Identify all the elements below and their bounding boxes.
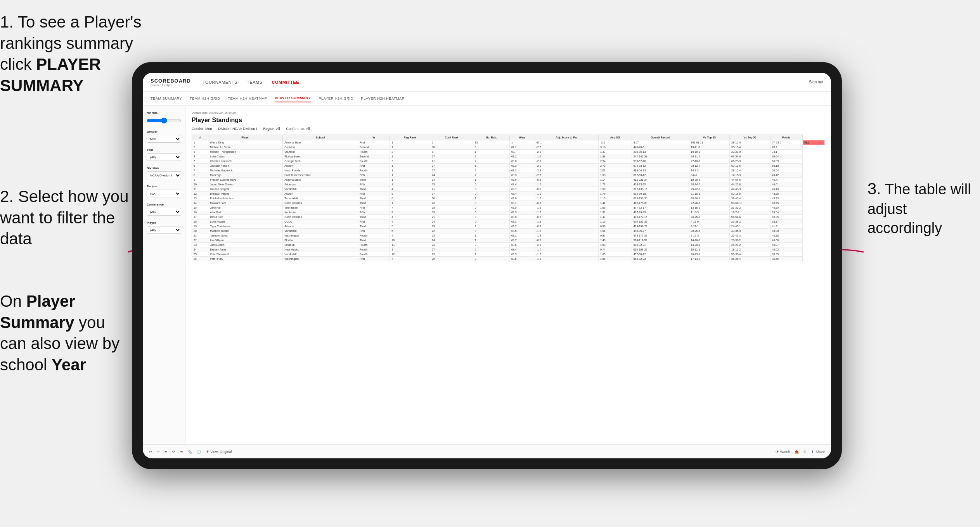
subnav-team-h2h-grid[interactable]: TEAM H2H GRID xyxy=(190,95,220,102)
page-title: Player Standings xyxy=(192,117,825,124)
sub-nav: TEAM SUMMARY TEAM H2H GRID TEAM H2H HEAT… xyxy=(143,92,831,105)
toolbar-grid[interactable]: ⊞ xyxy=(803,450,807,454)
th-points: Points xyxy=(770,135,802,140)
table-row: 25Cole SherwoodVanderbiltFourth1223169.3… xyxy=(192,252,825,257)
table-header-row: # Player School Yr Reg Rank Conf Rank No… xyxy=(192,135,825,140)
th-avg-sg: Avg SG xyxy=(599,135,632,140)
toolbar-redo[interactable]: ↪ xyxy=(157,450,160,454)
nav-teams[interactable]: TEAMS xyxy=(247,78,262,86)
table-row: 19Tiger ChristensenArizonaThird523269.2-… xyxy=(192,224,825,229)
step2-text: Select how you want to filter the data xyxy=(0,187,129,248)
region-select[interactable]: N/A xyxy=(147,190,181,197)
toolbar-watch[interactable]: 👁 Watch xyxy=(776,450,790,454)
year-select[interactable]: (All) xyxy=(147,153,181,161)
table-row: 18Luke PowellUCLAFirst424069.1-1.81.1350… xyxy=(192,219,825,224)
toolbar-forward[interactable]: ➡ xyxy=(180,450,183,454)
player-section: Player (All) xyxy=(147,221,181,234)
subnav-team-summary[interactable]: TEAM SUMMARY xyxy=(151,95,182,102)
table-row: 13Phichaksn MaichonTexas A&MThird630169.… xyxy=(192,196,825,201)
nav-bar: SCOREBOARD Powered by clippi TOURNAMENTS… xyxy=(143,73,831,92)
instruction-right: 3. The table will adjust accordingly xyxy=(867,178,976,238)
table-row: 16Alex GoffKentuckyFifth819068.3-1.71.92… xyxy=(192,210,825,215)
no-rds-slider[interactable] xyxy=(147,117,181,124)
subnav-player-summary[interactable]: PLAYER SUMMARY xyxy=(275,94,311,102)
bottom-toolbar: ↩ ↪ ⬅ ⟳ ➡ 📎 🕐 👁 View: Original 👁 Watch 📤… xyxy=(143,444,831,458)
nav-committee[interactable]: COMMITTEE xyxy=(272,78,300,86)
table-row: 3Michael ThorbjornsenStanfordFourth28168… xyxy=(192,150,825,154)
nav-items: TOURNAMENTS TEAMS COMMITTEE xyxy=(203,78,809,86)
table-row: 15Jake HallTennesseeFifth718068.5-1.51.6… xyxy=(192,206,825,210)
step3-number: 3. xyxy=(867,180,881,198)
table-row: 17David FordNorth CarolinaThird421069.0-… xyxy=(192,215,825,219)
table-body: 1Wenyi DingArizona StateFirst1115167.1-3… xyxy=(192,140,825,261)
th-player: Player xyxy=(208,135,283,140)
step1-number: 1. xyxy=(0,13,14,31)
player-select[interactable]: (All) xyxy=(147,226,181,234)
toolbar-refresh[interactable]: ⟳ xyxy=(172,450,175,454)
table-row: 23Jack LundinMissouriFourth1124068.6-2.3… xyxy=(192,243,825,247)
instruction-2: 2. Select how you want to filter the dat… xyxy=(0,186,132,250)
logo-text: SCOREBOARD xyxy=(151,78,191,84)
subnav-team-h2h-heatmap[interactable]: TEAM H2H HEATMAP xyxy=(228,95,267,102)
data-table: # Player School Yr Reg Rank Conf Rank No… xyxy=(192,135,825,261)
toolbar-clip[interactable]: 📎 xyxy=(188,450,192,454)
table-row: 7Nicholas GabrelcikNorth FloridaFourth12… xyxy=(192,168,825,173)
toolbar-undo[interactable]: ↩ xyxy=(149,450,152,454)
table-row: 4Luke ClatonFlorida StateSecond127268.2-… xyxy=(192,154,825,159)
conference-label: Conference xyxy=(147,203,181,206)
nav-tournaments[interactable]: TOURNAMENTS xyxy=(203,78,237,86)
filter-division: Division: NCAA Division I xyxy=(218,127,257,131)
table-row: 14Maxwell FordNorth CarolinaThird123069.… xyxy=(192,201,825,206)
instruction-bottom: On Player Summary you can also view by s… xyxy=(0,291,132,375)
region-label: Region xyxy=(147,185,181,188)
step3-bottom-bold2: Year xyxy=(52,356,86,374)
th-wins: Wins xyxy=(509,135,535,140)
no-rds-label: No Rds. xyxy=(147,111,181,114)
gender-section: Gender Men xyxy=(147,130,181,143)
conference-select[interactable]: (All) xyxy=(147,208,181,216)
conference-section: Conference (All) xyxy=(147,203,181,216)
update-time: Update time: 27/03/2024 16:56:26 xyxy=(192,111,825,114)
division-select[interactable]: NCAA Division I xyxy=(147,171,181,179)
th-vs-top50: Vs Top 50 xyxy=(730,135,770,140)
subnav-player-h2h-heatmap[interactable]: PLAYER H2H HEATMAP xyxy=(361,95,405,102)
table-row: 8Mats EgeEast Tennessee StateFifth124268… xyxy=(192,173,825,178)
th-conf-rank: Conf Rank xyxy=(430,135,473,140)
filter-region: Region: All xyxy=(263,127,280,131)
filters-row: Gender: Men Division: NCAA Division I Re… xyxy=(192,127,825,131)
table-row: 9Preston SummerhaysArizona StateThird134… xyxy=(192,178,825,182)
toolbar-export[interactable]: 📤 xyxy=(795,450,799,454)
year-section: Year (All) xyxy=(147,148,181,161)
th-yr: Yr xyxy=(358,135,390,140)
th-adj-score: Adj. Score to Par xyxy=(535,135,599,140)
table-row: 2Michael La SassoOle MissSecond118067.1-… xyxy=(192,145,825,150)
toolbar-back[interactable]: ⬅ xyxy=(164,450,168,454)
toolbar-clock[interactable]: 🕐 xyxy=(197,450,201,454)
division-label: Division xyxy=(147,166,181,170)
table-row: 5Christo LamprechtGeorgia TechFourth2212… xyxy=(192,159,825,164)
th-reg-rank: Reg Rank xyxy=(390,135,430,140)
step3-text: The table will adjust accordingly xyxy=(867,181,971,236)
gender-label: Gender xyxy=(147,130,181,133)
logo-area: SCOREBOARD Powered by clippi xyxy=(151,78,191,86)
tablet-screen: SCOREBOARD Powered by clippi TOURNAMENTS… xyxy=(143,73,831,458)
step2-number: 2. xyxy=(0,187,14,206)
table-row: 26Petr HrubyWashingtonFifth725068.6-1.81… xyxy=(192,257,825,261)
filter-conference: Conference: All xyxy=(286,127,310,131)
no-rds-section: No Rds. xyxy=(147,111,181,124)
toolbar-view[interactable]: 👁 View: Original xyxy=(206,450,232,454)
toolbar-share[interactable]: ⬆ Share xyxy=(811,450,825,454)
table-row: 22Ian GilliganFloridaThird1024168.7-0.81… xyxy=(192,238,825,243)
subnav-player-h2h-grid[interactable]: PLAYER H2H GRID xyxy=(319,95,353,102)
region-section: Region N/A xyxy=(147,185,181,197)
th-overall: Overall Record xyxy=(632,135,689,140)
instruction-1: 1. To see a Player's rankings summary cl… xyxy=(0,12,147,96)
table-row: 10Jacob Skov OlesenArkansasFifth173068.4… xyxy=(192,182,825,187)
th-no-rds: No. Rds. xyxy=(473,135,509,140)
gender-select[interactable]: Men xyxy=(147,135,181,143)
sidebar: No Rds. Gender Men Year (All) Divisio xyxy=(143,105,185,444)
th-school: School xyxy=(283,135,358,140)
tablet: SCOREBOARD Powered by clippi TOURNAMENTS… xyxy=(132,62,842,469)
table-row: 21Taehoon SongWashingtonFourth423169.1-1… xyxy=(192,233,825,238)
nav-sign-out[interactable]: Sign out xyxy=(809,80,823,84)
